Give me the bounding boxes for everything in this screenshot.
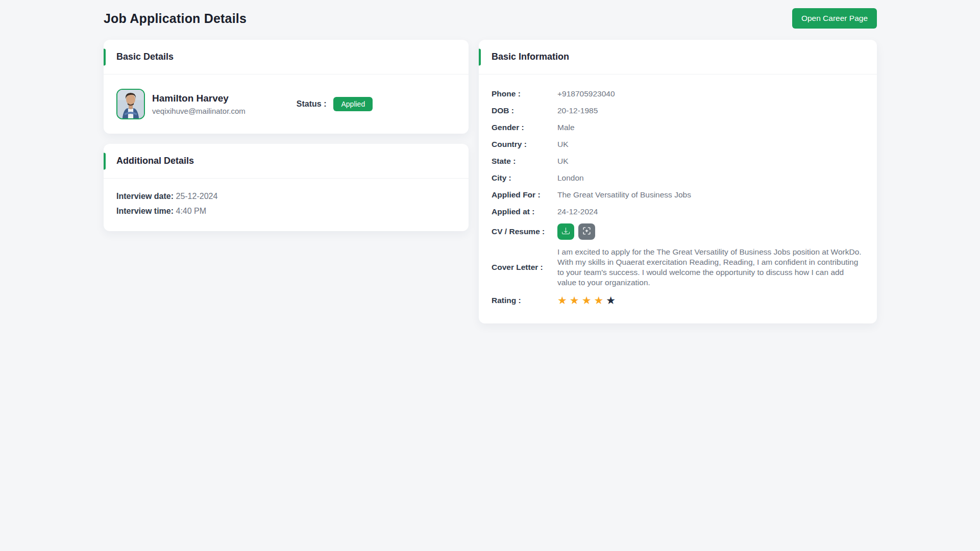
page-header: Job Application Details Open Career Page: [104, 8, 877, 29]
city-value: London: [557, 173, 584, 183]
interview-time-label: Interview time:: [116, 207, 176, 215]
interview-date-label: Interview date:: [116, 192, 176, 201]
gender-value: Male: [557, 122, 575, 133]
open-career-page-button[interactable]: Open Career Page: [792, 8, 877, 29]
applied-for-row: Applied For : The Great Versatility of B…: [492, 190, 864, 200]
cover-letter-text: I am excited to apply for the The Great …: [557, 247, 864, 288]
additional-details-card-title: Additional Details: [104, 144, 469, 179]
gender-row: Gender : Male: [492, 122, 864, 133]
rating-label: Rating :: [492, 296, 557, 305]
phone-label: Phone :: [492, 89, 557, 98]
interview-date-value: 25-12-2024: [176, 192, 217, 201]
job-application-details-page: Job Application Details Open Career Page…: [0, 0, 980, 323]
basic-details-card-title: Basic Details: [104, 40, 469, 74]
cv-resume-label: CV / Resume :: [492, 227, 557, 236]
applicant-avatar: [116, 89, 145, 119]
applicant-name: Hamilton Harvey: [152, 93, 246, 104]
page-title: Job Application Details: [104, 11, 247, 26]
additional-details-card: Additional Details Interview date: 25-12…: [104, 144, 469, 231]
state-label: State :: [492, 157, 557, 166]
status-group: Status : Applied: [297, 97, 373, 111]
phone-value: +918705923040: [557, 89, 615, 99]
applied-at-label: Applied at :: [492, 207, 557, 216]
country-label: Country :: [492, 140, 557, 149]
basic-details-body: Hamilton Harvey veqixihuve@mailinator.co…: [104, 74, 469, 134]
basic-information-body: Phone : +918705923040 DOB : 20-12-1985 G…: [479, 74, 877, 323]
download-cv-button[interactable]: [557, 223, 574, 240]
gender-label: Gender :: [492, 123, 557, 132]
country-value: UK: [557, 139, 569, 149]
interview-time-value: 4:40 PM: [176, 207, 206, 215]
star-filled-icon[interactable]: ★: [582, 295, 592, 306]
fullscreen-preview-icon: [583, 227, 591, 236]
state-row: State : UK: [492, 156, 864, 166]
cover-letter-label: Cover Letter :: [492, 263, 557, 272]
applicant-email: veqixihuve@mailinator.com: [152, 107, 246, 115]
status-badge: Applied: [333, 97, 373, 111]
preview-cv-button[interactable]: [578, 223, 595, 240]
dob-row: DOB : 20-12-1985: [492, 106, 864, 116]
cv-resume-row: CV / Resume :: [492, 223, 864, 240]
additional-details-body: Interview date: 25-12-2024 Interview tim…: [104, 179, 469, 231]
basic-details-card: Basic Details: [104, 40, 469, 134]
state-value: UK: [557, 156, 569, 166]
applicant-identity: Hamilton Harvey veqixihuve@mailinator.co…: [152, 93, 246, 115]
applied-for-value: The Great Versatility of Business Jobs: [557, 190, 691, 200]
cv-resume-actions: [557, 223, 595, 240]
left-column: Basic Details: [104, 40, 469, 231]
star-filled-icon[interactable]: ★: [570, 295, 579, 306]
star-filled-icon[interactable]: ★: [594, 295, 603, 306]
country-row: Country : UK: [492, 139, 864, 149]
phone-row: Phone : +918705923040: [492, 89, 864, 99]
city-label: City :: [492, 173, 557, 183]
avatar-photo-illustration: [117, 90, 144, 118]
interview-time-row: Interview time: 4:40 PM: [116, 207, 456, 216]
basic-information-card-title: Basic Information: [479, 40, 877, 74]
star-filled-icon[interactable]: ★: [557, 295, 567, 306]
city-row: City : London: [492, 173, 864, 183]
rating-stars: ★★★★★: [557, 295, 616, 306]
applied-at-value: 24-12-2024: [557, 207, 598, 217]
rating-row: Rating : ★★★★★: [492, 295, 864, 306]
cover-letter-row: Cover Letter : I am excited to apply for…: [492, 247, 864, 288]
basic-information-card: Basic Information Phone : +918705923040 …: [479, 40, 877, 323]
download-icon: [562, 227, 570, 236]
applied-for-label: Applied For :: [492, 190, 557, 199]
content-grid: Basic Details: [104, 40, 877, 323]
applied-at-row: Applied at : 24-12-2024: [492, 207, 864, 217]
dob-value: 20-12-1985: [557, 106, 598, 116]
dob-label: DOB :: [492, 106, 557, 115]
status-label: Status :: [297, 99, 327, 109]
interview-date-row: Interview date: 25-12-2024: [116, 192, 456, 201]
star-empty-icon[interactable]: ★: [606, 295, 616, 306]
